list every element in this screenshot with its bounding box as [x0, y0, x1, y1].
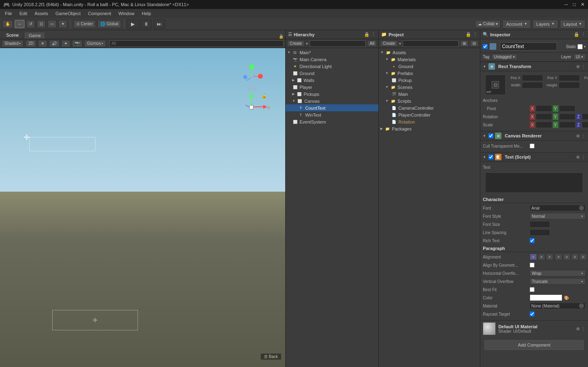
hierarchy-all[interactable]: All	[367, 40, 377, 46]
posy-input[interactable]: -15	[559, 75, 580, 81]
project-item-scenes[interactable]: ▼ 📁 Scenes	[379, 84, 480, 91]
project-item-pickup[interactable]: ⬜ Pickup	[379, 77, 480, 84]
hierarchy-item-maincamera[interactable]: 📷 Main Camera	[286, 56, 378, 63]
align-top[interactable]: ≡	[563, 254, 570, 260]
canvasrenderer-header[interactable]: ▼ ⊞ Canvas Renderer ⚙ ⋮	[480, 131, 588, 141]
2d-button[interactable]: 2D	[25, 40, 36, 47]
menu-edit[interactable]: Edit	[16, 10, 31, 17]
voverflow-select[interactable]: Truncate	[530, 278, 586, 285]
tool-transform[interactable]: ✦	[58, 20, 67, 28]
text-script-enabled[interactable]	[488, 155, 493, 159]
account-dropdown[interactable]: Account	[502, 20, 531, 29]
tool-move[interactable]: ↔	[15, 20, 24, 28]
height-input[interactable]: 30	[559, 82, 580, 88]
layers-dropdown[interactable]: Layers	[533, 20, 558, 29]
raycasttarget-checkbox[interactable]	[530, 312, 535, 316]
material-more[interactable]: ⋮	[581, 327, 586, 331]
menu-component[interactable]: Component	[84, 10, 114, 17]
align-left[interactable]: ≡	[530, 254, 537, 260]
fontstyle-select[interactable]: Normal	[530, 213, 586, 219]
text-script-more[interactable]: ⋮	[581, 155, 586, 159]
add-component-button[interactable]: Add Component	[484, 340, 584, 350]
inspector-more[interactable]: ⋮	[581, 32, 586, 37]
hierarchy-item-pickups[interactable]: ▶ ⬜ Pickups	[286, 91, 378, 97]
scene-view[interactable]: 🔒 ✕ Y Persp ✛	[0, 48, 285, 367]
hierarchy-item-walls[interactable]: ▶ ⬜ Walls	[286, 77, 378, 84]
project-search[interactable]	[403, 40, 459, 47]
hierarchy-item-ground[interactable]: ⬜ Ground	[286, 70, 378, 77]
menu-assets[interactable]: Assets	[31, 10, 51, 17]
scale-z-input[interactable]: 1	[582, 122, 588, 128]
project-item-main-scene[interactable]: 🎬 Main	[379, 91, 480, 97]
menu-gameobject[interactable]: GameObject	[52, 10, 84, 17]
fx-button[interactable]: ✦	[61, 40, 70, 47]
text-content-input[interactable]	[485, 172, 583, 193]
static-arrow[interactable]: ▾	[584, 45, 586, 49]
lights-button[interactable]: ☀	[38, 40, 47, 47]
richtext-checkbox[interactable]	[530, 238, 535, 243]
pivot-y-input[interactable]: 0.5	[559, 105, 575, 112]
project-item-rotation[interactable]: 📄 Rotation	[379, 118, 480, 125]
menu-file[interactable]: File	[2, 10, 16, 17]
tag-dropdown[interactable]: Untagged	[492, 54, 517, 60]
tool-rotate[interactable]: ↺	[26, 20, 35, 28]
audio-button[interactable]: 🔊	[49, 40, 60, 47]
scene-back-button[interactable]: ☰ Back	[261, 354, 281, 360]
space-button[interactable]: 🌐 Global	[98, 20, 121, 28]
menu-window[interactable]: Window	[115, 10, 138, 17]
close-button[interactable]: ✕	[581, 2, 585, 7]
culltransparent-checkbox[interactable]	[530, 144, 535, 148]
material-picker[interactable]	[579, 303, 584, 308]
align-center[interactable]: ≡	[538, 254, 545, 260]
object-name-input[interactable]	[500, 42, 557, 51]
hierarchy-item-counttext[interactable]: T CountText	[286, 104, 378, 111]
maximize-button[interactable]: □	[573, 2, 576, 7]
static-checkbox[interactable]	[577, 44, 583, 49]
scene-search[interactable]	[109, 40, 284, 47]
hierarchy-item-canvas[interactable]: ▼ ⬜ Canvas	[286, 97, 378, 104]
hierarchy-item-player[interactable]: ⬜ Player	[286, 84, 378, 91]
project-item-scripts[interactable]: ▼ 📁 Scripts	[379, 97, 480, 104]
pivot-button[interactable]: ⊙ Center	[73, 20, 96, 28]
canvasrenderer-enabled[interactable]	[488, 133, 493, 138]
align-bottom[interactable]: ≡	[579, 254, 587, 260]
width-input[interactable]: 160	[522, 82, 543, 88]
rot-z-input[interactable]: 0	[582, 113, 588, 120]
tab-game[interactable]: Game	[24, 32, 45, 39]
scene-camera-button[interactable]: 📷	[72, 40, 82, 47]
gizmo-lock[interactable]: 🔒	[261, 93, 267, 99]
menu-help[interactable]: Help	[138, 10, 154, 17]
scale-y-input[interactable]: 1	[559, 122, 575, 128]
tool-rect[interactable]: ▭	[47, 20, 57, 28]
project-item-assets[interactable]: ▼ 📁 Assets	[379, 49, 480, 56]
tool-scale[interactable]: ⊡	[37, 20, 46, 28]
hierarchy-item-wintext[interactable]: T WinText	[286, 111, 378, 118]
canvasrenderer-settings[interactable]: ⚙	[576, 134, 580, 138]
project-item-ground-mat[interactable]: ● Ground	[379, 63, 480, 70]
align-vcenter[interactable]: ≡	[571, 254, 579, 260]
font-picker[interactable]	[579, 206, 584, 210]
hierarchy-more[interactable]: ⋮	[371, 32, 376, 37]
project-item-materials[interactable]: ▼ 📁 Materials	[379, 56, 480, 63]
scale-x-input[interactable]: 1	[536, 122, 552, 128]
collab-button[interactable]: ☁ Collab ▾	[475, 20, 501, 28]
project-item-playercontroller[interactable]: 📄 PlayerController	[379, 111, 480, 118]
hoverflow-select[interactable]: Wrap	[530, 270, 586, 276]
align-justify[interactable]: ≡	[555, 254, 562, 260]
project-icons-small[interactable]: ⊞	[460, 40, 468, 46]
recttransform-settings[interactable]: ⚙	[576, 64, 580, 69]
hierarchy-item-main[interactable]: ▼ ⊟ Main*	[286, 49, 378, 56]
rot-x-input[interactable]: 0	[536, 113, 552, 120]
project-item-packages[interactable]: ▶ 📁 Packages	[379, 125, 480, 132]
tab-scene[interactable]: Scene	[2, 31, 23, 39]
project-more[interactable]: ⋮	[473, 32, 477, 37]
alignbygeometry-checkbox[interactable]	[530, 263, 535, 268]
text-script-header[interactable]: ▼ 📝 Text (Script) ⚙ ⋮	[480, 152, 588, 162]
pause-button[interactable]: ⏸	[140, 20, 152, 29]
posx-input[interactable]: 80	[522, 75, 543, 81]
color-picker-icon[interactable]: 🎨	[564, 296, 569, 300]
hierarchy-lock[interactable]: 🔒	[364, 32, 370, 37]
canvasrenderer-more[interactable]: ⋮	[581, 134, 586, 138]
minimize-button[interactable]: ─	[564, 2, 568, 7]
project-item-prefabs[interactable]: ▼ 📁 Prefabs	[379, 70, 480, 77]
